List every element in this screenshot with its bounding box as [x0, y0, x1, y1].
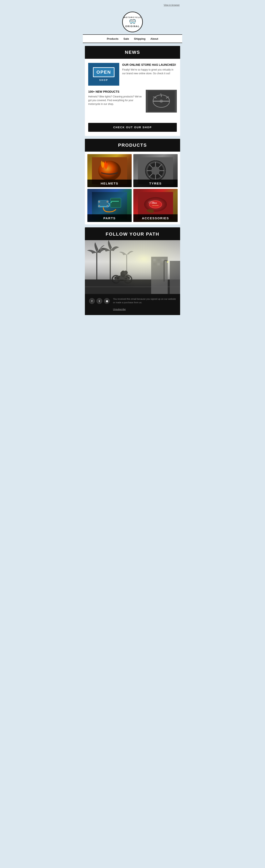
news-text-store: OUR ONLINE STORE HAS LAUNCHED! Finally! …	[122, 63, 177, 75]
news-header: NEWS	[85, 46, 180, 59]
shop-label: SHOP	[99, 79, 108, 81]
product-card-accessories[interactable]: Daus ORIGINAL ACCESSORIES	[133, 189, 178, 222]
follow-image-overlay	[85, 240, 180, 294]
nav-item-shipping[interactable]: Shipping	[134, 37, 146, 40]
svg-point-35	[107, 205, 108, 207]
news-body-products: Helmets? Bike lights? Cleaning products?…	[88, 95, 143, 106]
svg-text:W: W	[153, 96, 155, 98]
news-headline-store: OUR ONLINE STORE HAS LAUNCHED!	[122, 63, 177, 67]
unsubscribe-link[interactable]: Unsubscribe	[113, 308, 126, 310]
logo-section: MOTORCYCLE 🥽 ORIGINAL	[83, 8, 182, 34]
view-in-browser-link[interactable]: View in browser	[164, 4, 180, 6]
news-image-parts: N E W	[146, 90, 177, 113]
products-grid: HELMETS	[85, 152, 180, 224]
logo-text-bottom: ORIGINAL	[125, 25, 140, 28]
svg-point-25	[155, 160, 156, 161]
nav-item-sale[interactable]: Sale	[123, 37, 129, 40]
nav-link-about[interactable]: About	[150, 37, 158, 40]
svg-point-27	[145, 170, 146, 171]
news-text-products: 100+ NEW PRODUCTS Helmets? Bike lights? …	[88, 90, 143, 106]
facebook-icon[interactable]: f	[89, 298, 95, 304]
nav-link-products[interactable]: Products	[107, 37, 118, 40]
follow-header: FOLLOW YOUR PATH	[85, 227, 180, 240]
moto-parts-image: N E W	[148, 91, 175, 112]
product-card-helmets[interactable]: HELMETS	[87, 154, 132, 187]
news-item-products: N E W 100+ NEW PRODUCTS Helmets? Bike li…	[88, 90, 177, 113]
cta-button-wrapper: CHECK OUT OUR SHOP	[85, 121, 180, 136]
footer-disclaimer: You received this email because you sign…	[113, 298, 176, 304]
news-content: OPEN SHOP OUR ONLINE STORE HAS LAUNCHED!…	[85, 59, 180, 121]
nav-link-shipping[interactable]: Shipping	[134, 37, 146, 40]
svg-point-32	[98, 201, 100, 203]
instagram-icon[interactable]: ◉	[104, 298, 110, 304]
news-image-store: OPEN SHOP	[88, 63, 119, 86]
follow-section: FOLLOW YOUR PATH	[85, 227, 180, 315]
follow-image	[85, 240, 180, 294]
product-label-accessories: ACCESSORIES	[133, 214, 178, 222]
news-section: NEWS OPEN SHOP OUR ONLINE STORE HAS LAUN…	[85, 46, 180, 136]
nav-section: Products Sale Shipping About	[83, 34, 182, 43]
nav-item-products[interactable]: Products	[107, 37, 118, 40]
svg-text:ORIGINAL: ORIGINAL	[152, 205, 159, 206]
open-sign: OPEN	[93, 67, 115, 77]
news-headline-products: 100+ NEW PRODUCTS	[88, 90, 143, 93]
news-item-store-launch: OPEN SHOP OUR ONLINE STORE HAS LAUNCHED!…	[88, 63, 177, 86]
svg-point-33	[107, 201, 108, 203]
nav-item-about[interactable]: About	[150, 37, 158, 40]
news-body-store: Finally! We're so happy to greet you vir…	[122, 68, 177, 75]
product-label-tyres: TYRES	[133, 180, 178, 187]
social-icons: f t ◉	[89, 298, 110, 304]
svg-point-41	[148, 201, 154, 204]
footer-text: You received this email because you sign…	[113, 297, 176, 311]
svg-rect-31	[111, 198, 121, 208]
goggles-icon: 🥽	[129, 19, 136, 25]
view-in-browser-bar: View in browser	[83, 2, 182, 8]
email-wrapper: View in browser MOTORCYCLE 🥽 ORIGINAL Pr…	[83, 0, 182, 324]
nav-link-sale[interactable]: Sale	[123, 37, 129, 40]
twitter-icon[interactable]: t	[96, 298, 102, 304]
logo: MOTORCYCLE 🥽 ORIGINAL	[122, 11, 143, 32]
product-label-parts: PARTS	[87, 214, 132, 222]
cta-button[interactable]: CHECK OUT OUR SHOP	[88, 123, 177, 132]
svg-text:E: E	[168, 96, 169, 98]
svg-point-28	[165, 170, 166, 171]
svg-point-34	[98, 205, 100, 207]
follow-footer: f t ◉ You received this email because yo…	[85, 294, 180, 315]
product-card-parts[interactable]: PARTS	[87, 189, 132, 222]
logo-text-top: MOTORCYCLE	[124, 16, 141, 19]
nav-list: Products Sale Shipping About	[83, 37, 182, 40]
svg-text:N: N	[160, 93, 161, 95]
product-label-helmets: HELMETS	[87, 180, 132, 187]
product-card-tyres[interactable]: TYRES	[133, 154, 178, 187]
products-section: PRODUCTS	[85, 139, 180, 224]
products-header: PRODUCTS	[85, 139, 180, 152]
